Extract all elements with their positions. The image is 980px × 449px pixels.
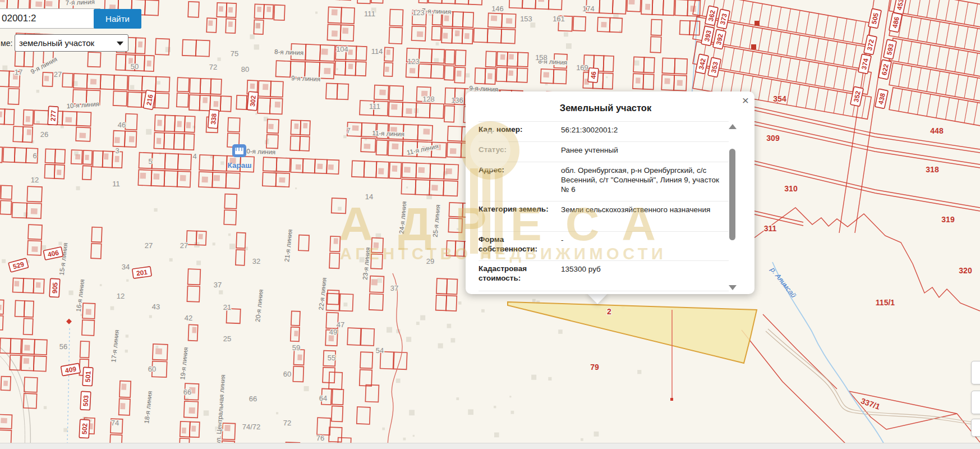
scrollbar-thumb[interactable] [729,149,735,240]
field-label: Категория земель: [479,204,561,229]
parcel-number: 27 [54,70,62,79]
field-value: обл. Оренбургская, р-н Оренбургский, с/с… [561,165,729,199]
parcel-number: 34 [122,263,130,271]
parcel-number-red: 310 [784,184,798,193]
survey-point [670,398,673,401]
field-value: Земли сельскохозяйственного назначения [561,204,729,229]
popup-field-row: Адрес:обл. Оренбургская, р-н Оренбургски… [479,162,729,201]
parcel-number-red: 311 [764,224,777,233]
object-type-select[interactable]: земельный участок [15,34,128,52]
scroll-up-icon[interactable] [729,124,737,129]
field-label: Адрес: [479,165,561,199]
close-icon[interactable]: × [742,95,749,106]
parcel-number-red: 79 [590,363,599,372]
parcel-number-boxed: 201 [132,267,152,278]
parcel-number: 136 [451,96,463,104]
cadastral-map-app: { "search": { "value": "02001:2", "find_… [0,0,980,449]
field-value: 56:21:3002001:2 [561,125,729,139]
parcel-number: 59 [292,343,300,352]
parcel-number: 49 [329,328,337,336]
parcel-number: 42 [185,314,192,322]
poi-label: Караш [228,161,252,169]
parcel-number: 66 [183,388,191,396]
svg-text:905: 905 [50,282,59,294]
parcel-number: 153 [520,15,532,23]
parcel-number-red: 318 [926,165,939,174]
parcel-number: 12 [31,176,39,184]
svg-text:201: 201 [136,268,148,278]
field-value: Ранее учтенный [561,145,729,159]
svg-text:338: 338 [209,113,218,125]
parcel-number: 146 [491,4,504,13]
scroll-down-icon[interactable] [729,285,737,290]
parcel-number: 56 [59,342,67,351]
parcel-number: 27 [145,241,153,250]
parcel-number: 32 [252,257,260,265]
parcel-number: 75 [231,49,238,58]
parcel-number: 17 [15,68,22,76]
parcel-number: 29 [426,257,434,265]
parcel-number: 114 [371,47,383,56]
street-label: 7-я линия [422,7,451,15]
parcel-number: 72 [283,419,291,427]
parcel-number: 72 [209,63,217,71]
parcel-number: 66 [249,395,257,403]
parcel-number-boxed: 905 [49,278,60,297]
street-label: 8-я линия [274,48,303,56]
parcel-number-boxed: 502 [79,419,90,438]
parcel-number-red: 448 [930,126,944,135]
parcel-number: 43 [152,303,160,311]
parcel-number: 5 [148,157,152,166]
map-control-button[interactable] [971,391,980,414]
svg-text:501: 501 [84,370,92,382]
parcel-number: 74 [111,419,119,427]
parcel-number: 123 [407,57,420,66]
street-label: 7-я линия [66,0,95,6]
popup-rows: Кад. номер:56:21:3002001:2Статус:Ранее у… [479,121,729,294]
horizontal-scrollbar[interactable] [0,443,980,449]
parcel-number: 21 [223,303,231,311]
parcel-number: 60 [148,365,156,373]
object-type-label: ме: [1,39,12,48]
parcel-number: 37 [214,281,222,289]
map-control-button[interactable] [971,419,980,437]
parcel-number: 3 [115,146,119,155]
parcel-number: 74/72 [242,423,261,431]
svg-text:503: 503 [81,395,90,406]
street-label: 11-я линия [372,130,404,138]
parcel-number: 46 [118,121,126,129]
search-input[interactable] [0,8,101,29]
parcel-number: 12 [117,292,125,300]
parcel-number-boxed: 503 [80,391,91,410]
parcel-number-red: 319 [941,215,955,224]
popup-field-row: Статус:Ранее учтенный [479,141,729,162]
parcel-number: 64 [319,394,327,402]
field-label: Статус: [479,145,561,159]
parcel-number: 80 [241,65,249,74]
parcel-number: 128 [422,95,435,103]
parcel-number: 50 [131,62,139,71]
popup-field-row: Уточненная площадь:30000.00 кв.м [479,291,729,294]
field-label: Кадастровая стоимость: [479,264,561,288]
parcel-number-red: 320 [959,266,972,275]
map-control-button[interactable] [971,361,980,384]
parcel-info-popup: × Земельный участок Кад. номер:56:21:300… [466,91,754,294]
popup-field-row: Кад. номер:56:21:3002001:2 [479,121,729,141]
parcel-number: 174 [582,4,595,13]
parcel-number: 7 [346,126,350,135]
find-button[interactable]: Найти [94,9,141,29]
field-label: Форма собственности: [479,235,561,258]
parcel-number: 104 [336,45,348,53]
parcel-number: 60 [283,370,291,378]
parcel-number-boxed: 338 [208,109,219,129]
popup-scrollbar[interactable] [729,124,736,290]
parcel-number-red: 115/1 [876,298,895,307]
parcel-number-boxed: 501 [82,367,93,386]
svg-text:302: 302 [249,95,257,107]
parcel-number: 11 [112,180,120,188]
parcel-number: 76 [316,434,324,442]
parcel-number: 47 [337,320,344,329]
parcel-number: 54 [376,346,384,355]
field-value: 135300 руб [561,264,729,288]
parcel-number: 123 [412,8,425,17]
